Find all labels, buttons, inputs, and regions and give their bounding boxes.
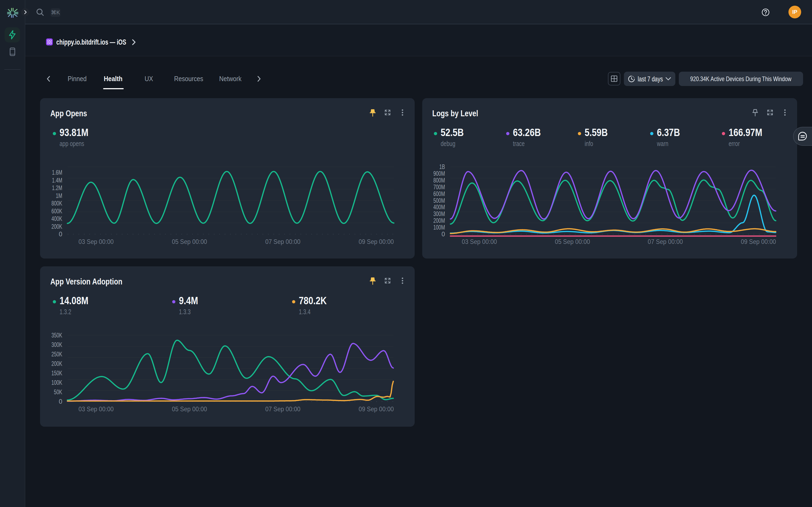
svg-text:1.6M: 1.6M — [52, 169, 62, 176]
svg-text:0: 0 — [59, 398, 62, 405]
svg-text:250K: 250K — [51, 351, 62, 358]
svg-text:900M: 900M — [433, 170, 445, 177]
svg-text:09 Sep 00:00: 09 Sep 00:00 — [359, 238, 394, 245]
svg-text:150K: 150K — [51, 370, 62, 377]
svg-text:300K: 300K — [51, 341, 62, 348]
svg-text:1M: 1M — [56, 192, 62, 199]
svg-text:07 Sep 00:00: 07 Sep 00:00 — [265, 406, 300, 413]
svg-text:03 Sep 00:00: 03 Sep 00:00 — [462, 238, 497, 245]
svg-text:400K: 400K — [51, 215, 62, 222]
svg-text:09 Sep 00:00: 09 Sep 00:00 — [359, 406, 394, 413]
svg-text:200K: 200K — [51, 223, 62, 230]
svg-text:07 Sep 00:00: 07 Sep 00:00 — [648, 238, 683, 245]
svg-text:05 Sep 00:00: 05 Sep 00:00 — [555, 238, 590, 245]
svg-text:200M: 200M — [433, 217, 445, 224]
svg-text:03 Sep 00:00: 03 Sep 00:00 — [79, 238, 114, 245]
svg-text:07 Sep 00:00: 07 Sep 00:00 — [265, 238, 300, 245]
svg-text:09 Sep 00:00: 09 Sep 00:00 — [741, 238, 776, 245]
svg-text:100M: 100M — [433, 224, 445, 231]
svg-text:500M: 500M — [433, 197, 445, 204]
svg-text:600K: 600K — [51, 208, 62, 215]
svg-text:600M: 600M — [433, 190, 445, 198]
svg-text:700M: 700M — [433, 184, 445, 191]
svg-text:05 Sep 00:00: 05 Sep 00:00 — [172, 238, 207, 245]
svg-text:200K: 200K — [51, 360, 62, 367]
svg-text:800K: 800K — [51, 200, 62, 207]
svg-text:50K: 50K — [54, 389, 62, 396]
svg-text:800M: 800M — [433, 177, 445, 184]
svg-text:1.4M: 1.4M — [52, 177, 62, 184]
svg-text:300M: 300M — [433, 210, 445, 217]
svg-text:03 Sep 00:00: 03 Sep 00:00 — [79, 406, 114, 413]
svg-text:100K: 100K — [51, 379, 62, 386]
svg-text:350K: 350K — [51, 332, 62, 339]
svg-text:400M: 400M — [433, 204, 445, 211]
svg-text:0: 0 — [442, 231, 445, 238]
svg-text:0: 0 — [59, 231, 62, 238]
svg-text:05 Sep 00:00: 05 Sep 00:00 — [172, 406, 207, 413]
svg-text:1B: 1B — [439, 163, 445, 170]
svg-text:1.2M: 1.2M — [52, 184, 62, 191]
